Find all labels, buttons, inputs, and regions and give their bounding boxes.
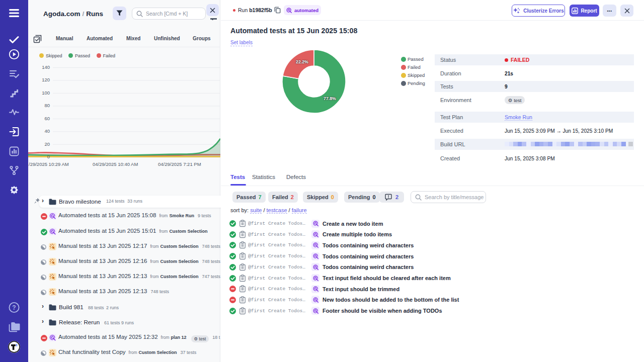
svg-text:?: ? xyxy=(12,304,16,311)
